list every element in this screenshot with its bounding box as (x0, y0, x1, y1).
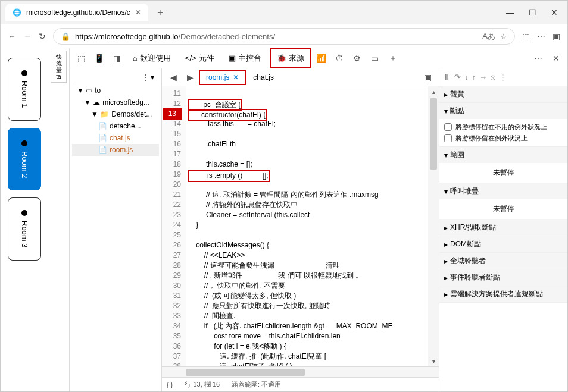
breakpoints-section[interactable]: ▾ 斷點 (439, 103, 567, 119)
coverage-status: 涵蓋範圍: 不適用 (232, 380, 281, 389)
debug-controls: ⏸ ↷ ↓ ↑ → ⦸ ⋮ (439, 68, 567, 86)
favorite-icon[interactable]: ☆ (500, 32, 507, 41)
step-out-icon[interactable]: ↑ (472, 73, 476, 81)
bp-caught[interactable]: 將游標停留在例外狀況上 (444, 133, 563, 144)
refresh-button[interactable]: ↻ (39, 32, 46, 41)
file-tree: ⋮ ▾ ▼ ▭ to ▼ ☁ microsoftedg... ▼ 📁 Demos… (70, 68, 162, 391)
more-icon[interactable]: ⋯ (537, 32, 545, 41)
tree-file-chat[interactable]: 📄 chat.js (72, 132, 159, 144)
read-aloud-icon[interactable]: Aあ (482, 31, 495, 42)
nav-back-icon[interactable]: ◀ (166, 70, 181, 85)
devtools-toolbar: ⬚ 📱 ◨ ⌂ 歡迎使用 </> 元件 ▣ 主控台 🐞 來源 📶 ⏱ ⚙ ▭ ＋… (70, 48, 567, 68)
step-icon[interactable]: → (479, 73, 487, 81)
csp-section[interactable]: ▸ 雲端解決方案提供者違規斷點 (439, 286, 567, 302)
line-gutter: 1112131415161718192021222324252627282930… (162, 86, 186, 366)
tab-elements[interactable]: </> 元件 (179, 49, 220, 67)
editor-status: { } 行 13, 欄 16 涵蓋範圍: 不適用 (162, 377, 439, 391)
scroll-down-icon[interactable]: ▾ (428, 356, 439, 366)
url-domain: https://microsoftedge.github.io (75, 32, 178, 41)
forward-button[interactable]: → (23, 32, 32, 41)
callstack-not-paused: 未暫停 (439, 199, 567, 219)
room-2[interactable]: Room 2 (8, 128, 41, 191)
scroll-thumb[interactable] (430, 98, 437, 170)
browser-tab[interactable]: 🌐 microsoftedge.github.io/Demos/c ✕ (5, 4, 148, 21)
close-window-button[interactable]: ✕ (551, 8, 558, 17)
add-tab-icon[interactable]: ＋ (385, 51, 401, 66)
maximize-button[interactable]: ☐ (529, 8, 536, 17)
slow-box[interactable]: 快流 量 ta (51, 51, 67, 83)
url-path: /Demos/detached-elements/ (178, 32, 275, 41)
editor-tab-chat[interactable]: chat.js (247, 71, 280, 84)
devtools: ⬚ 📱 ◨ ⌂ 歡迎使用 </> 元件 ▣ 主控台 🐞 來源 📶 ⏱ ⚙ ▭ ＋… (69, 48, 567, 391)
devtools-close-icon[interactable]: ✕ (548, 51, 564, 66)
more-icon[interactable]: ⋮ (499, 73, 507, 81)
debugger-pane: ⏸ ↷ ↓ ↑ → ⦸ ⋮ ▸ 觀賞 ▾ 斷點 將游標停留在不用的例外狀況上 將… (439, 68, 567, 391)
xhr-section[interactable]: ▸ XHR/擷取斷點 (439, 219, 567, 236)
watch-section[interactable]: ▸ 觀賞 (439, 86, 567, 102)
code-area[interactable]: pc 會議室 { constructor(chatEl) { lass this… (186, 86, 439, 366)
callstack-section[interactable]: ▾ 呼叫堆疊 (439, 183, 567, 199)
tree-top[interactable]: ▼ ▭ to (72, 84, 159, 96)
cursor-position: 行 13, 欄 16 (185, 380, 220, 389)
scroll-up-icon[interactable]: ▴ (428, 86, 439, 97)
network-icon[interactable]: 📶 (314, 51, 329, 66)
editor-tab-room[interactable]: room.js ✕ (199, 70, 246, 85)
browser-titlebar: 🌐 microsoftedge.github.io/Demos/c ✕ ＋ — … (1, 1, 567, 24)
new-tab-button[interactable]: ＋ (155, 7, 165, 19)
extensions-icon[interactable]: ⬚ (522, 32, 530, 41)
minimize-button[interactable]: — (506, 8, 514, 17)
address-bar: ← → ↻ 🔒 https://microsoftedge.github.io/… (1, 24, 567, 48)
settings-gear-icon[interactable]: ⚙ (349, 51, 365, 66)
dom-section[interactable]: ▸ DOM斷點 (439, 236, 567, 252)
close-icon[interactable]: ✕ (233, 73, 239, 81)
horizontal-scrollbar[interactable] (162, 366, 439, 377)
dropdown-icon[interactable]: ⋮ ▾ (142, 73, 154, 81)
nav-fwd-icon[interactable]: ▶ (182, 70, 198, 85)
global-section[interactable]: ▸ 全域聆聽者 (439, 253, 567, 269)
device-icon[interactable]: 📱 (91, 51, 107, 66)
hscroll-thumb[interactable] (186, 369, 305, 376)
rooms-sidebar: Room 1 Room 2 Room 3 (1, 48, 48, 391)
editor-body[interactable]: 1112131415161718192021222324252627282930… (162, 86, 439, 366)
tree-file-detached[interactable]: 📄 detache... (72, 120, 159, 132)
room-1[interactable]: Room 1 (8, 58, 41, 121)
deactivate-bp-icon[interactable]: ⦸ (491, 73, 495, 82)
lock-icon: 🔒 (61, 32, 70, 41)
close-tab-icon[interactable]: ✕ (135, 8, 141, 17)
braces-icon[interactable]: { } (167, 381, 173, 388)
more-tools-icon[interactable]: ⋯ (530, 51, 546, 66)
event-section[interactable]: ▸ 事件聆聽者斷點 (439, 269, 567, 286)
popout-icon[interactable]: ▣ (420, 70, 435, 85)
scope-section[interactable]: ▾ 範圍 (439, 147, 567, 163)
bp-unused[interactable]: 將游標停留在不用的例外狀況上 (444, 121, 563, 133)
back-button[interactable]: ← (8, 32, 16, 41)
tab-console[interactable]: ▣ 主控台 (223, 49, 267, 67)
step-into-icon[interactable]: ↓ (464, 73, 469, 81)
tree-host[interactable]: ▼ ☁ microsoftedg... (72, 96, 159, 108)
tree-folder[interactable]: ▼ 📁 Demos/det... (72, 108, 159, 120)
performance-icon[interactable]: ⏱ (332, 51, 347, 66)
tab-sources[interactable]: 🐞 來源 (270, 48, 311, 68)
tab-title: microsoftedge.github.io/Demos/c (26, 8, 130, 17)
url-input[interactable]: 🔒 https://microsoftedge.github.io/Demos/… (53, 28, 515, 45)
scope-not-paused: 未暫停 (439, 163, 567, 183)
code-editor: ◀ ▶ room.js ✕ chat.js ▣ 1112131415161718… (162, 68, 439, 391)
globe-icon: 🌐 (13, 8, 21, 17)
step-over-icon[interactable]: ↷ (454, 73, 461, 81)
room-3[interactable]: Room 3 (8, 197, 41, 261)
tab-welcome[interactable]: ⌂ 歡迎使用 (127, 49, 177, 67)
dock-icon[interactable]: ◨ (109, 51, 124, 66)
collections-icon[interactable]: ▣ (553, 32, 560, 41)
slow-panel: 快流 量 ta (48, 48, 69, 391)
tree-file-room[interactable]: 📄 room.js (72, 144, 159, 156)
inspect-icon[interactable]: ⬚ (73, 51, 89, 66)
pause-icon[interactable]: ⏸ (443, 73, 451, 81)
editor-tabs: ◀ ▶ room.js ✕ chat.js ▣ (162, 68, 439, 86)
vertical-scrollbar[interactable]: ▴ ▾ (428, 86, 439, 366)
panel-icon[interactable]: ▭ (367, 51, 383, 66)
